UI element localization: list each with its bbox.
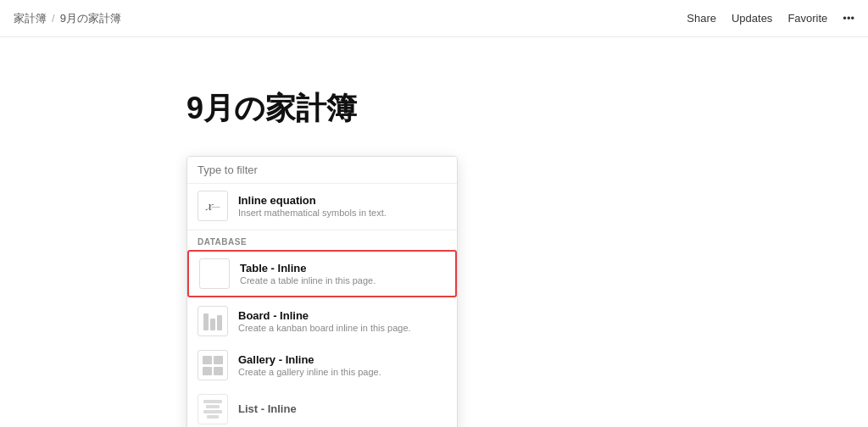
topbar-actions: Share Updates Favorite ••• (687, 12, 854, 25)
divider-1 (187, 230, 457, 230)
gallery-icon (198, 350, 228, 380)
list-text: List - Inline (238, 402, 297, 416)
board-title: Board - Inline (238, 309, 411, 322)
more-button[interactable]: ••• (843, 12, 854, 25)
gallery-title: Gallery - Inline (238, 353, 381, 366)
filter-input[interactable] (187, 157, 457, 184)
table-desc: Create a table inline in this page. (240, 275, 376, 286)
equation-desc: Insert mathematical symbols in text. (238, 208, 387, 218)
main-content: 9月の家計簿 𝑥— Inline equation Insert mathema… (0, 37, 868, 130)
topbar: 家計簿 / 9月の家計簿 Share Updates Favorite ••• (0, 0, 868, 37)
board-text: Board - Inline Create a kanban board inl… (238, 309, 411, 333)
breadcrumb-separator: / (52, 12, 55, 25)
table-text: Table - Inline Create a table inline in … (240, 262, 376, 286)
equation-text: Inline equation Insert mathematical symb… (238, 194, 387, 218)
table-icon (199, 258, 230, 289)
breadcrumb: 家計簿 / 9月の家計簿 (14, 11, 121, 26)
board-desc: Create a kanban board inline in this pag… (238, 323, 411, 333)
favorite-button[interactable]: Favorite (787, 12, 827, 25)
insert-menu: 𝑥— Inline equation Insert mathematical s… (186, 156, 458, 427)
share-button[interactable]: Share (687, 12, 716, 25)
gallery-desc: Create a gallery inline in this page. (238, 367, 381, 377)
menu-item-board[interactable]: Board - Inline Create a kanban board inl… (187, 299, 457, 343)
list-title: List - Inline (238, 402, 297, 415)
table-title: Table - Inline (240, 262, 376, 274)
list-icon (198, 394, 228, 424)
menu-item-table[interactable]: Table - Inline Create a table inline in … (187, 250, 457, 297)
breadcrumb-current[interactable]: 9月の家計簿 (60, 11, 121, 26)
breadcrumb-parent[interactable]: 家計簿 (14, 11, 47, 26)
equation-icon: 𝑥— (198, 191, 228, 221)
page-title: 9月の家計簿 (186, 88, 868, 130)
menu-item-equation[interactable]: 𝑥— Inline equation Insert mathematical s… (187, 184, 457, 228)
menu-item-list[interactable]: List - Inline (187, 387, 457, 427)
board-icon (198, 306, 228, 336)
gallery-text: Gallery - Inline Create a gallery inline… (238, 353, 381, 377)
updates-button[interactable]: Updates (732, 12, 772, 25)
section-database: DATABASE (187, 232, 457, 248)
menu-item-gallery[interactable]: Gallery - Inline Create a gallery inline… (187, 343, 457, 387)
equation-title: Inline equation (238, 194, 387, 207)
